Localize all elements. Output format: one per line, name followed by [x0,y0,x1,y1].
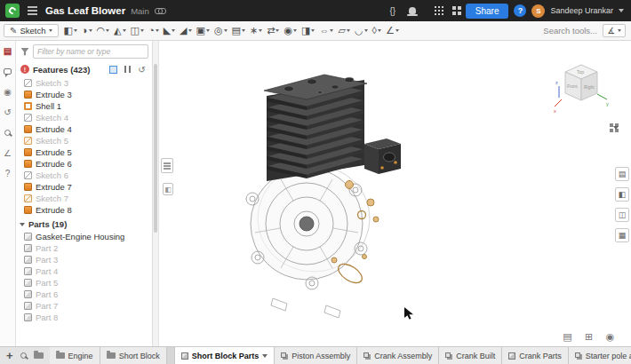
feature-item[interactable]: Sketch 7 [16,193,152,204]
measure-tool[interactable]: ∠ [384,25,401,36]
chevron-down-icon[interactable] [619,9,624,12]
avatar[interactable]: S [531,4,545,18]
loft-tool[interactable]: ◭ [112,25,127,36]
share-button[interactable]: Share [466,4,509,19]
tab-manager-button[interactable] [34,352,44,359]
part-label: Gasket-Engine Housing [36,232,124,241]
extrude-tool[interactable]: ◧ [61,25,78,36]
tab-scroll-divider[interactable] [167,347,175,364]
cube-right-label[interactable]: Right [584,84,595,90]
featurescript-icon[interactable]: {} [384,3,402,19]
search-tabs-button[interactable] [20,352,27,359]
cylinder-fins[interactable] [264,75,367,181]
circular-pattern-tool[interactable]: ∗ [248,25,264,36]
view-cube[interactable]: Top Front Right x y z [553,60,611,119]
search-tools-label[interactable]: Search tools... [543,26,597,36]
units-button[interactable]: ∡ [603,24,626,37]
chamfer-tool[interactable]: ◣ [162,25,177,36]
measure-icon[interactable]: ∠ [2,146,14,159]
shell-tool[interactable]: ▣ [195,25,212,36]
transform-tool[interactable]: ⇔ [317,25,335,36]
feature-panel-scrollbar[interactable] [153,41,159,346]
split-tool[interactable]: ◨ [300,25,316,36]
add-tab-button[interactable]: + [6,350,13,361]
document-panel-icon[interactable]: ▤ [2,44,14,57]
plane-tool[interactable]: ▱ [336,25,351,36]
feature-item[interactable]: Sketch 4 [16,112,152,123]
carburetor-block[interactable] [364,138,401,174]
view-tools-handle-button[interactable]: ◧ [163,183,173,195]
feature-item[interactable]: Shell 1 [16,100,152,112]
named-views-icon[interactable]: ▦ [615,228,629,242]
filter-input[interactable] [33,44,148,59]
tab-engine[interactable]: Engine [50,347,100,364]
history-icon[interactable]: ↺ [2,106,14,118]
tab-starter-pole-assembly[interactable]: Starter pole assembly [569,347,631,364]
viewport-3d[interactable]: Top Front Right x y z ▤◧◫▦ ▤⊞◉ ◧ [159,41,631,346]
parts-header[interactable]: Parts (19) [16,218,152,231]
onshape-logo-icon[interactable] [5,4,20,18]
section-view-icon[interactable]: ◧ [615,187,629,202]
cube-top-label[interactable]: Top [577,69,584,75]
part-item[interactable]: Part 5 [16,277,152,289]
project-tool[interactable]: ◊ [371,25,383,36]
draft-tool[interactable]: ◢ [178,25,193,36]
notifications-bell-icon[interactable] [403,3,421,19]
feature-item[interactable]: Extrude 8 [16,204,152,216]
feature-item[interactable]: Extrude 6 [16,158,152,170]
hole-tool[interactable]: ◎ [212,25,229,36]
curve-tool[interactable]: ◡ [353,25,370,36]
linear-pattern-tool[interactable]: ▤ [230,25,247,36]
feature-item[interactable]: Extrude 3 [16,89,152,100]
boolean-tool[interactable]: ◉ [282,25,299,36]
follow-mode-icon[interactable]: ◉ [2,85,14,98]
search-icon[interactable] [2,126,14,138]
mirror-tool[interactable]: ⇄ [265,25,281,36]
revolve-tool[interactable]: ◑ [80,25,94,36]
display-options-button[interactable] [610,126,619,130]
hamburger-menu-icon[interactable] [28,10,37,12]
account-icon[interactable]: ◉ [603,330,617,343]
feature-item[interactable]: Sketch 6 [16,170,152,181]
windows-grid-icon[interactable] [443,3,460,19]
package-icon[interactable]: ⊞ [582,330,595,343]
part-item[interactable]: Gasket-Engine Housing [16,231,152,242]
part-item[interactable]: Part 8 [16,312,152,323]
insert-marker-icon[interactable] [108,64,119,75]
comment-icon[interactable] [2,65,14,77]
tab-crank-assembly[interactable]: Crank Assembly [357,347,439,364]
cube-front-label[interactable]: Front [567,83,578,89]
tab-crank-parts[interactable]: Crank Parts [502,347,569,364]
help-panel-icon[interactable]: ? [2,167,14,179]
feature-item[interactable]: Extrude 4 [16,123,152,135]
tab-short-block-parts[interactable]: Short Block Parts [175,347,276,364]
tab-crank-built[interactable]: Crank Built [439,347,502,364]
part-item[interactable]: Part 2 [16,242,152,254]
fillet-tool[interactable]: ◔ [147,25,161,36]
tab-short-block[interactable]: Short Block [100,347,167,364]
sweep-tool[interactable]: ◠ [95,25,112,36]
scrollbar-thumb[interactable] [154,64,157,233]
rollback-icon[interactable]: ↺ [136,64,148,75]
explode-view-icon[interactable]: ◫ [615,208,629,222]
part-item[interactable]: Part 6 [16,289,152,300]
workspace-name[interactable]: Main [131,6,149,16]
link-icon[interactable] [155,6,165,15]
features-error-icon[interactable]: ! [20,65,29,74]
print-icon[interactable]: ▤ [561,330,574,343]
sketch-button[interactable]: ✎ Sketch [4,24,59,37]
feature-item[interactable]: Extrude 5 [16,146,152,158]
part-item[interactable]: Part 4 [16,265,152,277]
suspend-icon[interactable] [122,64,133,75]
feature-item[interactable]: Sketch 5 [16,135,152,146]
thicken-tool[interactable]: ◫ [129,25,146,36]
apps-grid-icon[interactable] [423,3,441,19]
part-item[interactable]: Part 7 [16,300,152,312]
part-item[interactable]: Part 3 [16,254,152,265]
help-button[interactable]: ? [514,4,526,17]
tab-piston-assembly[interactable]: Piston Assembly [275,347,357,364]
feature-item[interactable]: Sketch 3 [16,77,152,89]
feature-item[interactable]: Extrude 7 [16,181,152,193]
view-settings-icon[interactable]: ▤ [615,167,629,181]
panel-handle-button[interactable] [161,158,173,173]
